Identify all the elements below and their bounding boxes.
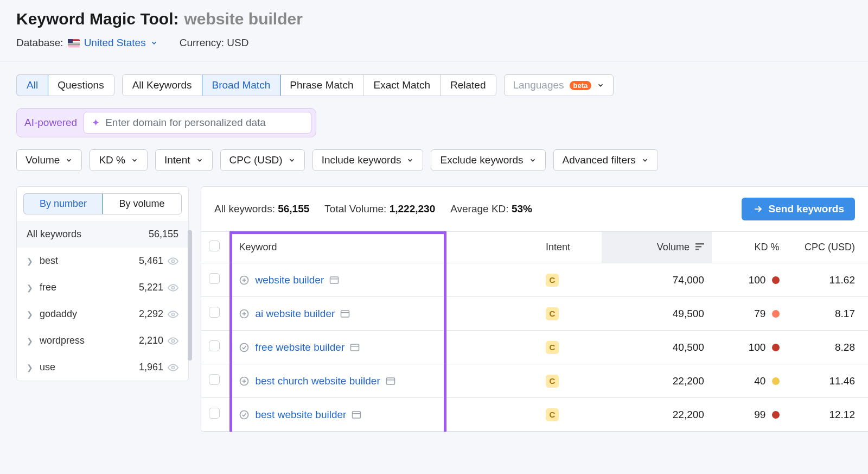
keyword-link[interactable]: best website builder: [255, 409, 346, 421]
sidebar-group-use[interactable]: ❯use 1,961: [17, 354, 188, 381]
tab-all[interactable]: All: [16, 74, 48, 96]
filter-include[interactable]: Include keywords: [312, 149, 424, 171]
check-circle-icon[interactable]: [239, 342, 250, 353]
serp-icon[interactable]: [340, 309, 350, 318]
summary-all-keywords: All keywords: 56,155: [214, 203, 309, 215]
svg-rect-6: [695, 246, 701, 248]
results-panel: All keywords: 56,155 Total Volume: 1,222…: [201, 186, 868, 432]
svg-rect-5: [695, 243, 704, 245]
serp-icon[interactable]: [386, 377, 395, 385]
plus-circle-icon[interactable]: [239, 376, 250, 387]
keyword-link[interactable]: free website builder: [255, 342, 344, 353]
eye-icon: [168, 309, 178, 320]
row-checkbox[interactable]: [209, 408, 220, 419]
filter-volume[interactable]: Volume: [16, 149, 82, 171]
group-name: best: [40, 255, 58, 267]
scope-toggle: All Questions: [16, 74, 114, 96]
filter-exclude[interactable]: Exclude keywords: [431, 149, 545, 171]
keyword-link[interactable]: ai website builder: [255, 308, 335, 320]
row-checkbox[interactable]: [209, 374, 220, 385]
sidebar-scrollbar[interactable]: [188, 230, 192, 361]
sidebar-all-keywords[interactable]: All keywords 56,155: [17, 221, 188, 248]
kd-dot-icon: [772, 276, 780, 284]
sidebar-group-free[interactable]: ❯free 5,221: [17, 274, 188, 301]
chevron-right-icon: ❯: [27, 283, 33, 292]
chevron-down-icon: [65, 156, 73, 164]
summary-avg-kd: Average KD: 53%: [450, 203, 532, 215]
svg-rect-7: [695, 249, 699, 250]
kd-value: 99: [712, 398, 787, 432]
keyword-link[interactable]: website builder: [255, 274, 324, 286]
col-kd[interactable]: KD %: [712, 232, 787, 263]
row-checkbox[interactable]: [209, 340, 220, 351]
ai-powered-section: AI-powered ✦: [16, 108, 316, 137]
group-count: 5,461: [139, 255, 163, 267]
group-count: 2,292: [139, 308, 163, 320]
domain-input-wrapper[interactable]: ✦: [84, 112, 311, 134]
check-circle-icon[interactable]: [239, 409, 250, 420]
tab-phrase-match[interactable]: Phrase Match: [280, 75, 363, 96]
sort-by-number[interactable]: By number: [23, 193, 103, 214]
plus-circle-icon[interactable]: [239, 275, 250, 286]
page-title: Keyword Magic Tool:: [16, 10, 178, 28]
database-selector[interactable]: Database: United States: [16, 37, 158, 49]
sidebar-group-wordpress[interactable]: ❯wordpress 2,210: [17, 327, 188, 354]
arrow-right-icon: [752, 204, 763, 214]
group-name: wordpress: [40, 335, 85, 346]
database-value: United States: [84, 37, 146, 49]
tab-questions[interactable]: Questions: [48, 75, 114, 96]
intent-badge: C: [546, 375, 559, 388]
select-all-checkbox[interactable]: [209, 241, 220, 251]
eye-icon: [168, 256, 178, 267]
sidebar-group-best[interactable]: ❯best 5,461: [17, 248, 188, 274]
group-count: 1,961: [139, 362, 163, 373]
keyword-link[interactable]: best church website builder: [255, 375, 380, 387]
col-intent[interactable]: Intent: [538, 232, 602, 263]
table-row: website builder C 74,000 100 11.62: [201, 263, 868, 297]
svg-point-18: [240, 343, 248, 351]
svg-rect-16: [341, 311, 349, 317]
row-checkbox[interactable]: [209, 273, 220, 284]
cpc-value: 8.28: [787, 331, 868, 364]
row-checkbox[interactable]: [209, 307, 220, 318]
filter-cpc[interactable]: CPC (USD): [220, 149, 305, 171]
cpc-value: 11.62: [787, 263, 868, 297]
filter-intent[interactable]: Intent: [155, 149, 213, 171]
kd-dot-icon: [772, 411, 780, 419]
group-name: free: [40, 282, 56, 293]
svg-rect-19: [351, 344, 359, 351]
flag-us-icon: [68, 39, 80, 47]
filter-kd[interactable]: KD %: [90, 149, 148, 171]
search-query: website builder: [184, 10, 302, 28]
cpc-value: 8.17: [787, 297, 868, 331]
serp-icon[interactable]: [350, 343, 360, 352]
tab-all-keywords[interactable]: All Keywords: [123, 75, 202, 96]
eye-icon: [168, 336, 178, 346]
tab-broad-match[interactable]: Broad Match: [202, 74, 281, 96]
svg-rect-11: [330, 277, 339, 283]
plus-circle-icon[interactable]: [239, 308, 250, 319]
col-cpc[interactable]: CPC (USD): [787, 232, 868, 263]
col-volume[interactable]: Volume: [602, 232, 712, 263]
tab-related[interactable]: Related: [441, 75, 496, 96]
keywords-table: Keyword Intent Volume KD % CPC (USD) web…: [201, 231, 868, 432]
group-name: godaddy: [40, 308, 77, 320]
chevron-right-icon: ❯: [27, 310, 33, 319]
send-keywords-button[interactable]: Send keywords: [742, 198, 855, 220]
keyword-groups-sidebar: By number By volume All keywords 56,155 …: [16, 186, 189, 381]
volume-value: 74,000: [602, 263, 712, 297]
languages-dropdown[interactable]: Languages beta: [504, 74, 614, 96]
domain-input[interactable]: [105, 117, 303, 129]
eye-icon: [168, 282, 178, 293]
sidebar-group-godaddy[interactable]: ❯godaddy 2,292: [17, 301, 188, 327]
serp-icon[interactable]: [352, 410, 361, 419]
kd-dot-icon: [772, 377, 780, 385]
table-row: ai website builder C 49,500 79 8.17: [201, 297, 868, 331]
sort-desc-icon: [695, 242, 704, 253]
serp-icon[interactable]: [329, 276, 339, 285]
tab-exact-match[interactable]: Exact Match: [363, 75, 441, 96]
sort-by-volume[interactable]: By volume: [103, 194, 181, 214]
kd-value: 79: [712, 297, 787, 331]
filter-advanced[interactable]: Advanced filters: [553, 149, 658, 171]
col-keyword[interactable]: Keyword: [231, 232, 538, 263]
